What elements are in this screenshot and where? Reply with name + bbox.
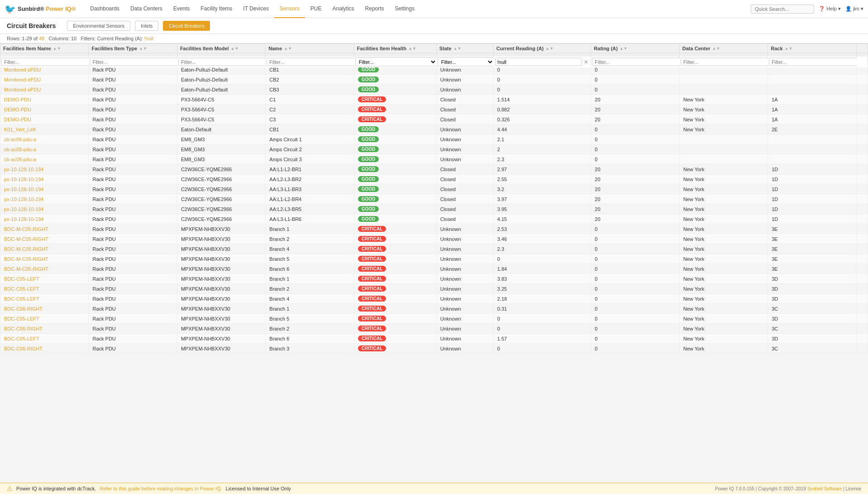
filter-health[interactable]: Filter... GOOD CRITICAL xyxy=(355,58,437,67)
facilities-name-link[interactable]: Monitored ePDU xyxy=(4,87,41,92)
nav-itdevices[interactable]: IT Devices xyxy=(238,0,274,18)
table-row: px-10-128-10-194 Rack PDU C2W36CE-YQME29… xyxy=(0,164,868,174)
table-row: BDC-C06-RIGHT Rack PDU MPXPEM-NHBXXV30 B… xyxy=(0,304,868,314)
filter-facilities-model[interactable] xyxy=(178,58,266,66)
facilities-name-link[interactable]: BDC-C05-LEFT xyxy=(4,296,39,302)
cell-state: Closed xyxy=(436,164,493,174)
cell-state: Closed xyxy=(436,184,493,194)
facilities-name-link[interactable]: Monitored ePDU xyxy=(4,67,41,72)
col-header-facilities-type[interactable]: Facilities Item Type ▲▼ xyxy=(89,44,177,53)
top-navigation: 🐦 Sunbird® Power IQ® Dashboards Data Cen… xyxy=(0,0,868,18)
logo[interactable]: 🐦 Sunbird® Power IQ® xyxy=(5,4,76,14)
facilities-name-link[interactable]: K01_Vert_Left xyxy=(4,127,36,132)
facilities-name-link[interactable]: cb-ac09-pdu-a xyxy=(4,147,36,152)
filter-name[interactable] xyxy=(267,58,354,66)
sort-icon-facilities-name: ▲▼ xyxy=(53,46,61,51)
facilities-name-link[interactable]: BDC-C05-LEFT xyxy=(4,286,39,292)
filter-facilities-name[interactable] xyxy=(1,58,89,66)
facilities-name-link[interactable]: BDC-M-C05-RIGHT xyxy=(4,236,48,242)
facilities-name-link[interactable]: px-10-128-10-194 xyxy=(4,187,43,192)
col-header-name[interactable]: Name ▲▼ xyxy=(266,44,354,53)
cell-current: 2.18 xyxy=(493,294,591,304)
nav-analytics[interactable]: Analytics xyxy=(327,0,360,18)
cell-facilities-name: px-10-128-10-194 xyxy=(0,194,89,204)
facilities-name-link[interactable]: Monitored ePDU xyxy=(4,77,41,82)
cell-current: 0 xyxy=(493,254,591,264)
facilities-name-link[interactable]: BDC-C06-RIGHT xyxy=(4,346,43,351)
help-button[interactable]: ❓ Help ▾ xyxy=(819,6,841,12)
facilities-name-link[interactable]: cb-ac09-pdu-a xyxy=(4,137,36,142)
tab-inlets[interactable]: Inlets xyxy=(135,21,158,31)
col-header-state[interactable]: State ▲▼ xyxy=(436,44,493,53)
facilities-name-link[interactable]: BDC-C06-RIGHT xyxy=(4,326,43,331)
tab-circuit-breakers[interactable]: Circuit Breakers xyxy=(163,21,210,31)
facilities-name-link[interactable]: BDC-M-C05-RIGHT xyxy=(4,246,48,252)
facilities-name-link[interactable]: BDC-M-C05-RIGHT xyxy=(4,266,48,272)
nav-pue[interactable]: PUE xyxy=(305,0,327,18)
col-header-facilities-name[interactable]: Facilities Item Name ▲▼ xyxy=(0,44,89,53)
cell-facilities-model: MPXPEM-NHBXXV30 xyxy=(177,304,265,314)
global-search-input[interactable] xyxy=(751,5,814,14)
facilities-name-link[interactable]: cb-ac09-pdu-a xyxy=(4,157,36,162)
cell-current: 0.31 xyxy=(493,304,591,314)
facilities-name-link[interactable]: px-10-128-10-194 xyxy=(4,216,43,222)
cell-facilities-model: MPXPEM-NHBXXV30 xyxy=(177,234,265,244)
facilities-name-link[interactable]: DEMO-PDU xyxy=(4,97,31,102)
facilities-name-link[interactable]: BDC-M-C05-RIGHT xyxy=(4,256,48,262)
tab-environmental-sensors[interactable]: Environmental Sensors xyxy=(67,21,130,31)
cell-rating: 0 xyxy=(591,264,679,274)
cell-health: GOOD xyxy=(354,134,436,144)
total-rows-link[interactable]: 48 xyxy=(39,36,44,41)
cell-rack: 2E xyxy=(768,125,856,134)
col-header-current[interactable]: Current Reading (A) ▲▼ xyxy=(493,44,591,53)
facilities-name-link[interactable]: BDC-C06-RIGHT xyxy=(4,306,43,312)
facilities-name-link[interactable]: px-10-128-10-194 xyxy=(4,167,43,172)
cell-health: CRITICAL xyxy=(354,344,436,354)
col-header-rating[interactable]: Rating (A) ▲▼ xyxy=(591,44,679,53)
facilities-name-link[interactable]: px-10-128-10-194 xyxy=(4,206,43,212)
col-header-datacenter[interactable]: Data Center ▲▼ xyxy=(679,44,768,53)
cell-rack xyxy=(768,85,856,95)
clear-current-filter-button[interactable]: ✕ xyxy=(583,59,589,65)
table-row: BDC-C05-LEFT Rack PDU MPXPEM-NHBXXV30 Br… xyxy=(0,314,868,324)
facilities-name-link[interactable]: px-10-128-10-194 xyxy=(4,177,43,182)
cell-name: C2 xyxy=(266,105,354,115)
facilities-name-link[interactable]: px-10-128-10-194 xyxy=(4,197,43,202)
table-row: BDC-C05-LEFT Rack PDU MPXPEM-NHBXXV30 Br… xyxy=(0,274,868,284)
col-header-health[interactable]: Facilities Item Health ▲▼ xyxy=(354,44,436,53)
facilities-name-link[interactable]: BDC-C05-LEFT xyxy=(4,316,39,321)
cell-facilities-model: MPXPEM-NHBXXV30 xyxy=(177,244,265,254)
filter-rating[interactable] xyxy=(592,58,680,66)
nav-facilityitems[interactable]: Facility Items xyxy=(195,0,238,18)
filter-value-link[interactable]: !null xyxy=(144,36,153,41)
filter-state[interactable]: Filter... Closed Unknown xyxy=(438,58,494,67)
cell-health: GOOD xyxy=(354,214,436,224)
facilities-name-link[interactable]: BDC-M-C05-RIGHT xyxy=(4,226,48,232)
cell-datacenter: New York xyxy=(679,194,768,204)
cell-name: Branch 6 xyxy=(266,264,354,274)
nav-settings[interactable]: Settings xyxy=(390,0,420,18)
filter-datacenter[interactable] xyxy=(681,58,768,66)
user-menu-button[interactable]: 👤 jim ▾ xyxy=(845,6,863,12)
cell-rating: 20 xyxy=(591,164,679,174)
filter-rack[interactable] xyxy=(769,58,857,66)
col-header-facilities-model[interactable]: Facilities Item Model ▲▼ xyxy=(177,44,265,53)
cell-extra xyxy=(856,85,868,95)
filter-cell-extra xyxy=(856,56,868,67)
nav-sensors[interactable]: Sensors xyxy=(274,0,305,18)
cell-rack: 1D xyxy=(768,194,856,204)
facilities-name-link[interactable]: BDC-C05-LEFT xyxy=(4,336,39,341)
cell-current: 2.3 xyxy=(493,154,591,164)
nav-events[interactable]: Events xyxy=(168,0,196,18)
nav-datacenters[interactable]: Data Centers xyxy=(125,0,168,18)
nav-dashboards[interactable]: Dashboards xyxy=(85,0,125,18)
table-body: Monitored ePDU Rack PDU Eaton-Pulluzi-De… xyxy=(0,65,868,354)
facilities-name-link[interactable]: DEMO-PDU xyxy=(4,107,31,112)
facilities-name-link[interactable]: DEMO-PDU xyxy=(4,117,31,122)
facilities-name-link[interactable]: BDC-C05-LEFT xyxy=(4,276,39,282)
nav-reports[interactable]: Reports xyxy=(360,0,390,18)
filter-facilities-type[interactable] xyxy=(90,58,177,66)
filter-current[interactable] xyxy=(495,58,582,66)
col-header-rack[interactable]: Rack ▲▼ xyxy=(768,44,856,53)
cell-state: Unknown xyxy=(436,75,493,85)
